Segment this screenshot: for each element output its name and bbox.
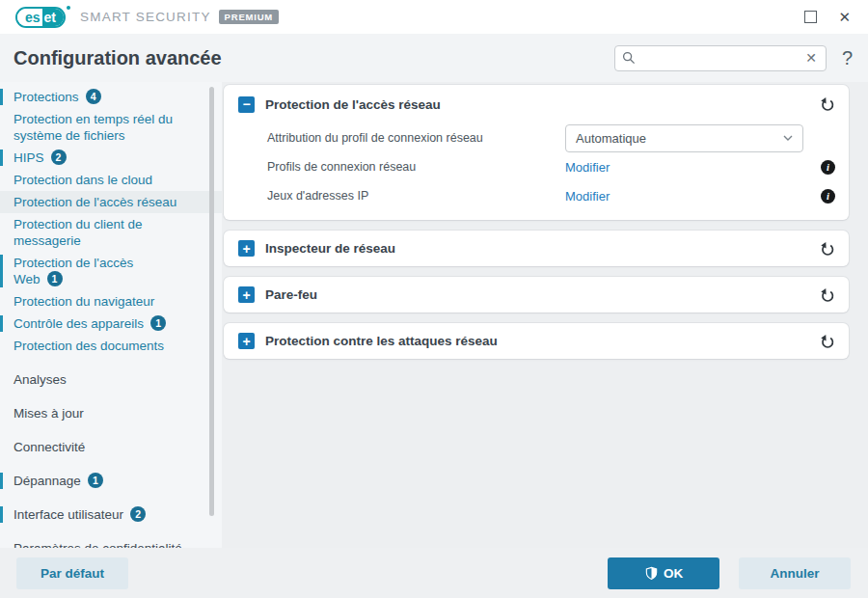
modify-link[interactable]: Modifier (565, 160, 610, 175)
cancel-button[interactable]: Annuler (739, 557, 851, 589)
help-icon[interactable]: ? (842, 47, 853, 69)
chevron-down-icon (783, 135, 793, 141)
section-firewall: + Pare-feu (224, 277, 849, 313)
eset-logo-left: es (17, 9, 42, 26)
sidebar-item-cloud-protection[interactable]: Protection dans le cloud (0, 169, 222, 191)
revert-icon[interactable] (820, 241, 835, 257)
section-network-inspector: + Inspecteur de réseau (224, 231, 849, 266)
setting-label: Profils de connexion réseau (267, 160, 565, 174)
setting-row-connection-profiles: Profils de connexion réseau Modifier i (267, 152, 835, 181)
count-badge: 4 (86, 89, 101, 104)
modify-link[interactable]: Modifier (565, 189, 610, 204)
expand-icon[interactable]: + (238, 240, 255, 257)
profile-assignment-select[interactable]: Automatique (565, 124, 803, 152)
titlebar: eset SMART SECURITY PREMIUM ✕ (0, 0, 868, 34)
setting-row-profile-assignment: Attribution du profil de connexion résea… (267, 123, 835, 152)
sidebar: Protections4 Protection en temps réel du… (0, 82, 222, 598)
sidebar-item-updates[interactable]: Mises à jour (0, 402, 222, 424)
count-badge: 2 (51, 150, 67, 165)
expand-icon[interactable]: + (238, 333, 255, 349)
product-name: SMART SECURITY (80, 10, 211, 24)
revert-icon[interactable] (820, 287, 835, 303)
section-header[interactable]: + Protection contre les attaques réseau (224, 323, 849, 359)
count-badge: 1 (88, 473, 103, 488)
search-icon (622, 51, 636, 65)
edition-badge: PREMIUM (219, 10, 279, 24)
sidebar-item-web-access[interactable]: Protection de l'accès Web1 (0, 252, 222, 290)
sidebar-item-hips[interactable]: HIPS2 (0, 147, 222, 169)
sidebar-item-network-access[interactable]: Protection de l'accès réseau (0, 191, 222, 213)
uac-shield-icon (644, 566, 659, 581)
search-input[interactable] (640, 51, 805, 66)
main-content: − Protection de l'accès réseau Attributi… (222, 82, 868, 548)
sidebar-item-realtime-filesystem[interactable]: Protection en temps réel du système de f… (0, 108, 222, 147)
sidebar-item-document-protection[interactable]: Protection des documents (0, 335, 222, 357)
setting-label: Attribution du profil de connexion résea… (267, 131, 565, 145)
setting-label: Jeux d'adresses IP (267, 189, 565, 203)
info-icon[interactable]: i (821, 160, 835, 175)
count-badge: 1 (47, 271, 63, 286)
revert-icon[interactable] (820, 334, 835, 349)
section-network-access-protection: − Protection de l'accès réseau Attributi… (224, 85, 849, 220)
sidebar-item-email-client[interactable]: Protection du client de messagerie (0, 213, 222, 252)
sidebar-item-device-control[interactable]: Contrôle des appareils1 (0, 313, 222, 335)
search-clear-icon[interactable]: ✕ (805, 50, 817, 66)
sidebar-scrollbar[interactable] (209, 87, 214, 516)
eset-logo: eset (15, 7, 70, 28)
page-title: Configuration avancée (14, 47, 222, 69)
section-title: Inspecteur de réseau (265, 241, 395, 256)
section-header[interactable]: + Pare-feu (224, 277, 849, 313)
ok-button[interactable]: OK (608, 557, 719, 589)
registered-dot (67, 6, 70, 10)
revert-icon[interactable] (820, 96, 835, 112)
ok-label: OK (664, 566, 683, 581)
footer-bar: Par défaut OK Annuler (0, 548, 868, 598)
collapse-icon[interactable]: − (238, 96, 255, 113)
close-icon[interactable]: ✕ (838, 10, 851, 24)
setting-row-ip-address-sets: Jeux d'adresses IP Modifier i (267, 181, 835, 210)
search-box[interactable]: ✕ (614, 45, 827, 71)
default-button[interactable]: Par défaut (16, 557, 128, 589)
sidebar-item-troubleshooting[interactable]: Dépannage1 (0, 470, 222, 492)
sidebar-item-browser-protection[interactable]: Protection du navigateur (0, 290, 222, 313)
sidebar-item-user-interface[interactable]: Interface utilisateur2 (0, 503, 222, 526)
eset-advanced-setup-window: eset SMART SECURITY PREMIUM ✕ Configurat… (0, 0, 868, 598)
page-header: Configuration avancée ✕ ? (0, 34, 868, 82)
maximize-icon[interactable] (804, 11, 817, 23)
eset-logo-right: et (42, 9, 64, 26)
sidebar-item-connectivity[interactable]: Connectivité (0, 436, 222, 458)
count-badge: 2 (130, 506, 146, 522)
section-title: Protection de l'accès réseau (265, 97, 441, 112)
section-header[interactable]: + Inspecteur de réseau (224, 231, 849, 266)
section-title: Pare-feu (265, 287, 317, 302)
section-title: Protection contre les attaques réseau (265, 334, 498, 348)
count-badge: 1 (150, 315, 166, 331)
sidebar-item-protections[interactable]: Protections4 (0, 86, 222, 108)
sidebar-item-scans[interactable]: Analyses (0, 368, 222, 391)
section-network-attack-protection: + Protection contre les attaques réseau (224, 323, 849, 359)
info-icon[interactable]: i (821, 189, 835, 204)
section-header[interactable]: − Protection de l'accès réseau (224, 85, 849, 123)
expand-icon[interactable]: + (238, 286, 255, 303)
